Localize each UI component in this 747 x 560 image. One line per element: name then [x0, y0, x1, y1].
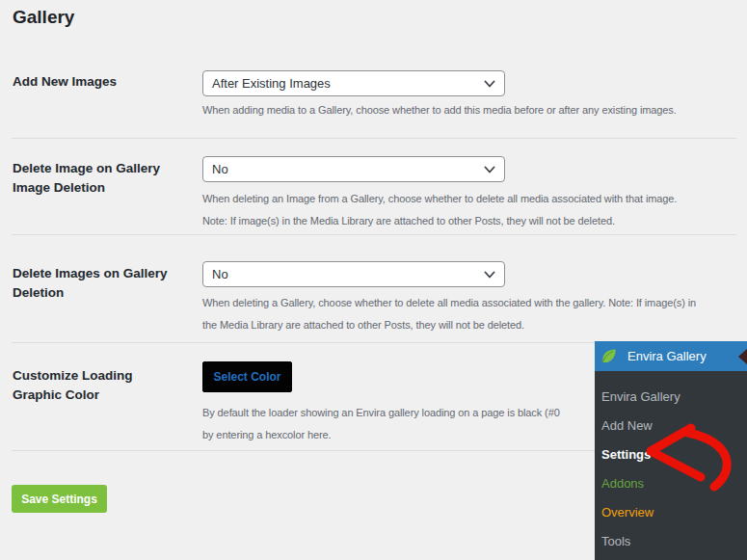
chevron-down-icon	[483, 163, 496, 179]
setting-label: Customize Loading Graphic Color	[13, 366, 200, 405]
setting-label: Delete Images on Gallery Deletion	[13, 264, 200, 303]
page-title: Gallery	[13, 7, 74, 28]
setting-description: When deleting a Gallery, choose whether …	[202, 292, 696, 336]
cutoff-arrow-shape	[738, 349, 747, 364]
select-value: No	[212, 267, 228, 281]
chevron-down-icon	[483, 77, 496, 93]
menu-header[interactable]: Envira Gallery	[595, 341, 747, 371]
menu-items: Envira Gallery Add New Settings Addons O…	[595, 371, 747, 556]
menu-item-overview[interactable]: Overview	[595, 498, 747, 527]
select-value: No	[212, 162, 228, 176]
divider	[12, 234, 736, 235]
select-value: After Existing Images	[212, 76, 331, 91]
envira-leaf-icon	[600, 347, 618, 365]
chevron-down-icon	[483, 268, 496, 284]
menu-item-addons[interactable]: Addons	[595, 469, 747, 498]
menu-item-add-new[interactable]: Add New	[595, 412, 747, 440]
setting-description: When adding media to a Gallery, choose w…	[202, 99, 677, 121]
settings-page: Gallery Add New Images After Existing Im…	[0, 0, 747, 560]
setting-description: When deleting an Image from a Gallery, c…	[202, 188, 677, 232]
save-settings-button[interactable]: Save Settings	[12, 485, 107, 513]
menu-item-settings[interactable]: Settings	[595, 440, 747, 469]
setting-label: Add New Images	[13, 72, 200, 92]
delete-images-select[interactable]: No	[202, 261, 505, 287]
menu-item-envira-gallery[interactable]: Envira Gallery	[595, 383, 747, 412]
envira-flyout-menu: Envira Gallery Envira Gallery Add New Se…	[595, 341, 747, 560]
menu-item-tools[interactable]: Tools	[595, 527, 747, 556]
divider	[12, 138, 736, 139]
menu-header-label: Envira Gallery	[627, 349, 707, 363]
delete-image-select[interactable]: No	[202, 156, 505, 182]
add-new-images-select[interactable]: After Existing Images	[202, 70, 505, 96]
setting-label: Delete Image on Gallery Image Deletion	[13, 159, 200, 198]
select-color-button[interactable]: Select Color	[202, 361, 292, 392]
setting-description: By default the loader showing an Envira …	[202, 402, 560, 446]
